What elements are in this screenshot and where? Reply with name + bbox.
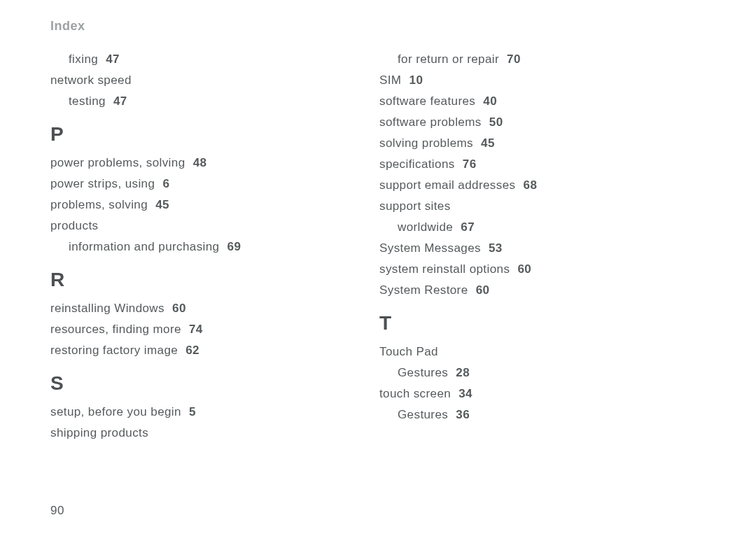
index-entry[interactable]: fixing 47 (50, 49, 365, 70)
index-entry[interactable]: for return or repair 70 (379, 49, 694, 70)
index-entry-label: Gestures (398, 366, 448, 379)
index-entry[interactable]: Gestures 36 (379, 404, 694, 425)
index-entry-page: 45 (148, 198, 169, 211)
index-entry-page: 62 (178, 344, 200, 357)
index-entry-page: 50 (482, 115, 503, 129)
index-entry-page: 40 (475, 94, 497, 108)
index-entry[interactable]: problems, solving 45 (50, 195, 365, 216)
index-entry[interactable]: Gestures 28 (379, 362, 694, 383)
section-letter: T (379, 312, 694, 334)
index-entry[interactable]: touch screen 34 (379, 383, 694, 404)
index-entry-page: 67 (453, 220, 475, 234)
index-entry[interactable]: specifications 76 (379, 154, 694, 175)
index-entry-page: 47 (106, 94, 127, 108)
index-entry[interactable]: support email addresses 68 (379, 175, 694, 196)
index-entry-page: 47 (98, 52, 120, 66)
index-entry-page: 68 (515, 178, 537, 192)
index-entry-label: testing (69, 94, 106, 108)
index-entry-page: 74 (181, 323, 203, 336)
index-entry-label: touch screen (379, 387, 451, 400)
index-entry-label: worldwide (398, 220, 453, 234)
index-entry-label: fixing (69, 52, 98, 66)
index-entry[interactable]: power problems, solving 48 (50, 153, 365, 174)
index-entry[interactable]: SIM 10 (379, 70, 694, 91)
section-letter: R (50, 269, 365, 291)
index-entry-label: products (50, 219, 98, 232)
index-entry-page: 5 (181, 405, 196, 418)
index-entry-label: Touch Pad (379, 345, 438, 358)
index-column-right: for return or repair 70SIM 10software fe… (379, 49, 694, 444)
index-entry-label: system reinstall options (379, 262, 510, 276)
index-entry-label: System Restore (379, 283, 468, 297)
index-columns: fixing 47network speedtesting 47Ppower p… (50, 49, 706, 444)
index-entry-page: 6 (155, 177, 169, 190)
index-entry-page: 28 (448, 366, 470, 379)
index-entry-label: restoring factory image (50, 344, 178, 357)
index-entry-page: 53 (481, 241, 503, 255)
section-letter: S (50, 372, 365, 395)
index-entry[interactable]: System Messages 53 (379, 238, 694, 259)
index-entry-label: power strips, using (50, 177, 155, 190)
index-entry[interactable]: restoring factory image 62 (50, 340, 365, 361)
index-entry-label: support sites (379, 199, 451, 213)
index-entry[interactable]: solving problems 45 (379, 133, 694, 154)
index-entry-page: 60 (164, 302, 186, 315)
index-entry-page: 60 (468, 283, 490, 297)
index-entry-label: support email addresses (379, 178, 515, 192)
index-entry[interactable]: information and purchasing 69 (50, 237, 365, 258)
index-entry-page: 45 (473, 136, 495, 150)
index-entry[interactable]: software features 40 (379, 91, 694, 112)
index-entry-label: problems, solving (50, 198, 148, 211)
index-entry[interactable]: software problems 50 (379, 112, 694, 133)
index-entry[interactable]: worldwide 67 (379, 217, 694, 238)
index-entry[interactable]: support sites (379, 196, 694, 217)
index-entry[interactable]: network speed (50, 70, 365, 91)
index-entry-label: solving problems (379, 136, 473, 150)
index-entry-page: 48 (186, 156, 207, 169)
index-entry-label: System Messages (379, 241, 481, 255)
index-entry[interactable]: shipping products (50, 423, 365, 444)
index-entry-label: resources, finding more (50, 323, 181, 336)
index-entry[interactable]: Touch Pad (379, 341, 694, 362)
index-entry-page: 10 (401, 73, 423, 87)
index-entry-label: SIM (379, 73, 401, 87)
index-entry-page: 34 (451, 387, 472, 400)
index-entry-page: 76 (455, 157, 477, 171)
index-entry[interactable]: system reinstall options 60 (379, 259, 694, 280)
index-entry[interactable]: power strips, using 6 (50, 174, 365, 195)
index-entry[interactable]: System Restore 60 (379, 280, 694, 301)
index-column-left: fixing 47network speedtesting 47Ppower p… (50, 49, 365, 444)
index-entry-label: software problems (379, 115, 482, 129)
index-entry-label: specifications (379, 157, 455, 171)
index-entry-label: software features (379, 94, 475, 108)
page-number: 90 (50, 504, 64, 518)
index-page: Index fixing 47network speedtesting 47Pp… (0, 0, 756, 536)
section-letter: P (50, 123, 365, 146)
index-entry-label: shipping products (50, 426, 148, 439)
index-entry-page: 36 (448, 408, 470, 421)
index-entry[interactable]: reinstalling Windows 60 (50, 298, 365, 319)
index-entry-page: 70 (499, 52, 521, 66)
index-entry-label: power problems, solving (50, 156, 186, 169)
index-entry-page: 69 (219, 240, 241, 253)
index-entry-label: setup, before you begin (50, 405, 181, 418)
index-entry[interactable]: products (50, 216, 365, 237)
index-entry-label: for return or repair (398, 52, 499, 66)
index-entry-label: Gestures (398, 408, 448, 421)
index-entry-label: reinstalling Windows (50, 302, 164, 315)
index-entry[interactable]: setup, before you begin 5 (50, 402, 365, 423)
index-entry[interactable]: testing 47 (50, 91, 365, 112)
index-entry[interactable]: resources, finding more 74 (50, 319, 365, 340)
page-title: Index (50, 19, 706, 34)
index-entry-label: network speed (50, 73, 132, 87)
index-entry-page: 60 (510, 262, 531, 276)
index-entry-label: information and purchasing (69, 240, 219, 253)
